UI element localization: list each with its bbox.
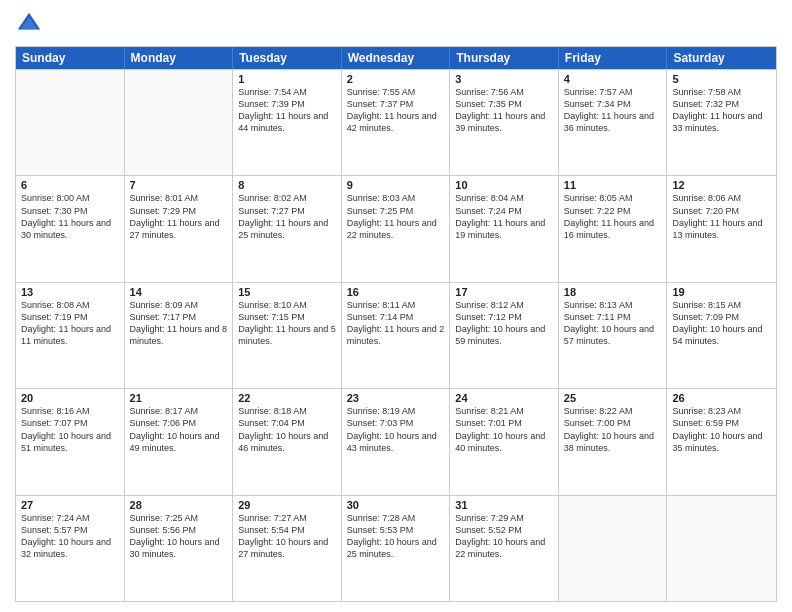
- day-number: 15: [238, 286, 336, 298]
- day-cell-28: 28Sunrise: 7:25 AM Sunset: 5:56 PM Dayli…: [125, 496, 234, 601]
- day-cell-29: 29Sunrise: 7:27 AM Sunset: 5:54 PM Dayli…: [233, 496, 342, 601]
- day-cell-9: 9Sunrise: 8:03 AM Sunset: 7:25 PM Daylig…: [342, 176, 451, 281]
- day-info: Sunrise: 8:02 AM Sunset: 7:27 PM Dayligh…: [238, 192, 336, 241]
- day-cell-24: 24Sunrise: 8:21 AM Sunset: 7:01 PM Dayli…: [450, 389, 559, 494]
- day-number: 9: [347, 179, 445, 191]
- day-cell-21: 21Sunrise: 8:17 AM Sunset: 7:06 PM Dayli…: [125, 389, 234, 494]
- day-number: 27: [21, 499, 119, 511]
- day-cell-11: 11Sunrise: 8:05 AM Sunset: 7:22 PM Dayli…: [559, 176, 668, 281]
- empty-cell: [559, 496, 668, 601]
- day-cell-30: 30Sunrise: 7:28 AM Sunset: 5:53 PM Dayli…: [342, 496, 451, 601]
- day-cell-13: 13Sunrise: 8:08 AM Sunset: 7:19 PM Dayli…: [16, 283, 125, 388]
- day-number: 19: [672, 286, 771, 298]
- day-info: Sunrise: 8:10 AM Sunset: 7:15 PM Dayligh…: [238, 299, 336, 348]
- day-info: Sunrise: 7:28 AM Sunset: 5:53 PM Dayligh…: [347, 512, 445, 561]
- calendar-row-5: 27Sunrise: 7:24 AM Sunset: 5:57 PM Dayli…: [16, 495, 776, 601]
- day-cell-8: 8Sunrise: 8:02 AM Sunset: 7:27 PM Daylig…: [233, 176, 342, 281]
- day-cell-22: 22Sunrise: 8:18 AM Sunset: 7:04 PM Dayli…: [233, 389, 342, 494]
- day-cell-15: 15Sunrise: 8:10 AM Sunset: 7:15 PM Dayli…: [233, 283, 342, 388]
- day-info: Sunrise: 8:05 AM Sunset: 7:22 PM Dayligh…: [564, 192, 662, 241]
- day-number: 24: [455, 392, 553, 404]
- day-info: Sunrise: 8:11 AM Sunset: 7:14 PM Dayligh…: [347, 299, 445, 348]
- weekday-header-thursday: Thursday: [450, 47, 559, 69]
- day-info: Sunrise: 8:23 AM Sunset: 6:59 PM Dayligh…: [672, 405, 771, 454]
- day-cell-20: 20Sunrise: 8:16 AM Sunset: 7:07 PM Dayli…: [16, 389, 125, 494]
- day-cell-27: 27Sunrise: 7:24 AM Sunset: 5:57 PM Dayli…: [16, 496, 125, 601]
- day-info: Sunrise: 8:15 AM Sunset: 7:09 PM Dayligh…: [672, 299, 771, 348]
- calendar-row-3: 13Sunrise: 8:08 AM Sunset: 7:19 PM Dayli…: [16, 282, 776, 388]
- day-cell-14: 14Sunrise: 8:09 AM Sunset: 7:17 PM Dayli…: [125, 283, 234, 388]
- day-cell-25: 25Sunrise: 8:22 AM Sunset: 7:00 PM Dayli…: [559, 389, 668, 494]
- day-info: Sunrise: 8:04 AM Sunset: 7:24 PM Dayligh…: [455, 192, 553, 241]
- day-number: 7: [130, 179, 228, 191]
- day-cell-7: 7Sunrise: 8:01 AM Sunset: 7:29 PM Daylig…: [125, 176, 234, 281]
- weekday-header-wednesday: Wednesday: [342, 47, 451, 69]
- day-info: Sunrise: 8:08 AM Sunset: 7:19 PM Dayligh…: [21, 299, 119, 348]
- day-cell-23: 23Sunrise: 8:19 AM Sunset: 7:03 PM Dayli…: [342, 389, 451, 494]
- weekday-header-tuesday: Tuesday: [233, 47, 342, 69]
- day-info: Sunrise: 8:03 AM Sunset: 7:25 PM Dayligh…: [347, 192, 445, 241]
- day-number: 20: [21, 392, 119, 404]
- calendar: SundayMondayTuesdayWednesdayThursdayFrid…: [15, 46, 777, 602]
- day-info: Sunrise: 8:06 AM Sunset: 7:20 PM Dayligh…: [672, 192, 771, 241]
- day-number: 2: [347, 73, 445, 85]
- logo-icon: [15, 10, 43, 38]
- day-number: 3: [455, 73, 553, 85]
- calendar-header: SundayMondayTuesdayWednesdayThursdayFrid…: [16, 47, 776, 69]
- weekday-header-monday: Monday: [125, 47, 234, 69]
- day-cell-2: 2Sunrise: 7:55 AM Sunset: 7:37 PM Daylig…: [342, 70, 451, 175]
- day-number: 22: [238, 392, 336, 404]
- day-number: 1: [238, 73, 336, 85]
- weekday-header-saturday: Saturday: [667, 47, 776, 69]
- day-number: 8: [238, 179, 336, 191]
- day-cell-1: 1Sunrise: 7:54 AM Sunset: 7:39 PM Daylig…: [233, 70, 342, 175]
- day-number: 31: [455, 499, 553, 511]
- day-cell-26: 26Sunrise: 8:23 AM Sunset: 6:59 PM Dayli…: [667, 389, 776, 494]
- calendar-row-1: 1Sunrise: 7:54 AM Sunset: 7:39 PM Daylig…: [16, 69, 776, 175]
- calendar-row-2: 6Sunrise: 8:00 AM Sunset: 7:30 PM Daylig…: [16, 175, 776, 281]
- day-number: 6: [21, 179, 119, 191]
- day-info: Sunrise: 7:24 AM Sunset: 5:57 PM Dayligh…: [21, 512, 119, 561]
- weekday-header-sunday: Sunday: [16, 47, 125, 69]
- day-info: Sunrise: 7:27 AM Sunset: 5:54 PM Dayligh…: [238, 512, 336, 561]
- day-info: Sunrise: 8:19 AM Sunset: 7:03 PM Dayligh…: [347, 405, 445, 454]
- day-cell-10: 10Sunrise: 8:04 AM Sunset: 7:24 PM Dayli…: [450, 176, 559, 281]
- day-info: Sunrise: 8:17 AM Sunset: 7:06 PM Dayligh…: [130, 405, 228, 454]
- day-number: 28: [130, 499, 228, 511]
- day-cell-18: 18Sunrise: 8:13 AM Sunset: 7:11 PM Dayli…: [559, 283, 668, 388]
- day-info: Sunrise: 8:16 AM Sunset: 7:07 PM Dayligh…: [21, 405, 119, 454]
- day-number: 13: [21, 286, 119, 298]
- day-number: 12: [672, 179, 771, 191]
- day-number: 17: [455, 286, 553, 298]
- day-info: Sunrise: 8:01 AM Sunset: 7:29 PM Dayligh…: [130, 192, 228, 241]
- day-number: 29: [238, 499, 336, 511]
- day-info: Sunrise: 8:21 AM Sunset: 7:01 PM Dayligh…: [455, 405, 553, 454]
- day-number: 5: [672, 73, 771, 85]
- day-cell-17: 17Sunrise: 8:12 AM Sunset: 7:12 PM Dayli…: [450, 283, 559, 388]
- day-number: 14: [130, 286, 228, 298]
- day-info: Sunrise: 7:29 AM Sunset: 5:52 PM Dayligh…: [455, 512, 553, 561]
- day-info: Sunrise: 8:00 AM Sunset: 7:30 PM Dayligh…: [21, 192, 119, 241]
- day-info: Sunrise: 8:09 AM Sunset: 7:17 PM Dayligh…: [130, 299, 228, 348]
- day-number: 4: [564, 73, 662, 85]
- header: [15, 10, 777, 38]
- day-cell-5: 5Sunrise: 7:58 AM Sunset: 7:32 PM Daylig…: [667, 70, 776, 175]
- day-info: Sunrise: 8:22 AM Sunset: 7:00 PM Dayligh…: [564, 405, 662, 454]
- day-info: Sunrise: 7:58 AM Sunset: 7:32 PM Dayligh…: [672, 86, 771, 135]
- day-number: 23: [347, 392, 445, 404]
- empty-cell: [125, 70, 234, 175]
- day-cell-4: 4Sunrise: 7:57 AM Sunset: 7:34 PM Daylig…: [559, 70, 668, 175]
- day-number: 18: [564, 286, 662, 298]
- day-cell-16: 16Sunrise: 8:11 AM Sunset: 7:14 PM Dayli…: [342, 283, 451, 388]
- day-info: Sunrise: 7:56 AM Sunset: 7:35 PM Dayligh…: [455, 86, 553, 135]
- empty-cell: [667, 496, 776, 601]
- day-info: Sunrise: 7:57 AM Sunset: 7:34 PM Dayligh…: [564, 86, 662, 135]
- day-info: Sunrise: 8:13 AM Sunset: 7:11 PM Dayligh…: [564, 299, 662, 348]
- calendar-row-4: 20Sunrise: 8:16 AM Sunset: 7:07 PM Dayli…: [16, 388, 776, 494]
- calendar-body: 1Sunrise: 7:54 AM Sunset: 7:39 PM Daylig…: [16, 69, 776, 601]
- day-info: Sunrise: 8:18 AM Sunset: 7:04 PM Dayligh…: [238, 405, 336, 454]
- day-number: 10: [455, 179, 553, 191]
- logo: [15, 10, 47, 38]
- day-info: Sunrise: 7:54 AM Sunset: 7:39 PM Dayligh…: [238, 86, 336, 135]
- day-number: 16: [347, 286, 445, 298]
